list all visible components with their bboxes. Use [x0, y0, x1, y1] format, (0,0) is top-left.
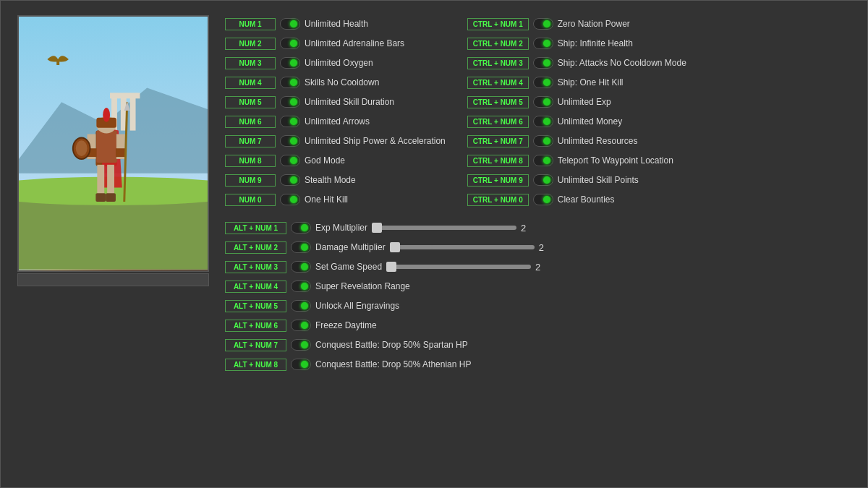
cheat-label: Unlimited Skill Duration [305, 97, 394, 107]
slider-track[interactable] [386, 265, 531, 269]
slider-track[interactable] [372, 226, 516, 230]
cheat-label: God Mode [305, 155, 345, 166]
ctrl-key-button[interactable]: CTRL + NUM 9 [467, 174, 529, 187]
ctrl-cheat-row: CTRL + NUM 2 Ship: Infinite Health [467, 35, 686, 52]
cheat-toggle[interactable] [533, 174, 553, 186]
cheat-label: One Hit Kill [305, 194, 348, 205]
cheat-label: Conquest Battle: Drop 50% Spartan HP [315, 340, 468, 350]
svg-rect-10 [97, 165, 104, 197]
num-key-button[interactable]: NUM 8 [225, 155, 276, 167]
cheat-toggle[interactable] [533, 77, 553, 88]
slider-value: 2 [535, 262, 546, 273]
cheat-toggle[interactable] [533, 155, 553, 166]
cheat-toggle[interactable] [533, 194, 553, 205]
ctrl-key-button[interactable]: CTRL + NUM 6 [467, 116, 529, 128]
ctrl-cheat-row: CTRL + NUM 9 Unlimited Skill Points [467, 171, 686, 189]
game-cover [17, 15, 209, 272]
ctrl-key-button[interactable]: CTRL + NUM 7 [467, 135, 529, 147]
ctrl-cheat-row: CTRL + NUM 4 Ship: One Hit Kill [467, 74, 686, 91]
cheat-toggle[interactable] [280, 194, 300, 205]
alt-key-button[interactable]: ALT + NUM 3 [225, 261, 286, 273]
ctrl-key-button[interactable]: CTRL + NUM 3 [467, 57, 529, 69]
cheat-label: Unlock All Engravings [315, 301, 399, 311]
alt-cheat-column: ALT + NUM 1 Exp Multiplier 2 ALT + NUM 2… [225, 219, 550, 373]
cheat-toggle[interactable] [280, 96, 300, 108]
alt-key-button[interactable]: ALT + NUM 8 [225, 359, 286, 371]
ctrl-key-button[interactable]: CTRL + NUM 1 [467, 18, 529, 30]
cheat-toggle[interactable] [291, 339, 311, 351]
cheat-toggle[interactable] [533, 57, 553, 69]
num-key-button[interactable]: NUM 5 [225, 96, 276, 108]
num-key-button[interactable]: NUM 9 [225, 174, 276, 187]
main-window: NUM 1 Unlimited Health NUM 2 Unlimited A… [0, 0, 868, 488]
cheat-toggle[interactable] [280, 38, 300, 49]
cheat-toggle[interactable] [291, 261, 311, 273]
num-cheat-row: NUM 4 Skills No Cooldown [225, 74, 446, 91]
cheat-label: Conquest Battle: Drop 50% Athenian HP [315, 359, 471, 369]
version-label [17, 273, 209, 286]
ctrl-cheat-row: CTRL + NUM 0 Clear Bounties [467, 191, 686, 208]
cheat-toggle[interactable] [280, 57, 300, 69]
cheat-toggle[interactable] [291, 359, 311, 370]
ctrl-key-button[interactable]: CTRL + NUM 4 [467, 77, 529, 89]
cheat-toggle[interactable] [533, 38, 553, 49]
alt-key-button[interactable]: ALT + NUM 7 [225, 339, 286, 351]
alt-key-button[interactable]: ALT + NUM 5 [225, 300, 286, 312]
cheat-toggle[interactable] [533, 18, 553, 30]
cheat-toggle[interactable] [280, 174, 300, 186]
ctrl-key-button[interactable]: CTRL + NUM 8 [467, 155, 529, 167]
num-key-button[interactable]: NUM 3 [225, 57, 276, 69]
num-key-button[interactable]: NUM 7 [225, 135, 276, 147]
num-cheat-row: NUM 9 Stealth Mode [225, 171, 446, 189]
cheat-label: Ship: One Hit Kill [558, 77, 624, 87]
ctrl-cheat-row: CTRL + NUM 8 Teleport To Waypoint Locati… [467, 152, 686, 169]
ctrl-key-button[interactable]: CTRL + NUM 5 [467, 96, 529, 108]
svg-rect-12 [95, 193, 106, 202]
cheat-label: Ship: Infinite Health [558, 38, 633, 48]
alt-key-button[interactable]: ALT + NUM 6 [225, 320, 286, 332]
cheat-label: Unlimited Health [305, 19, 368, 29]
svg-point-21 [103, 108, 110, 122]
cheat-toggle[interactable] [280, 155, 300, 166]
cheat-label: Exp Multiplier [315, 223, 367, 233]
svg-rect-5 [110, 93, 140, 98]
slider-track[interactable] [390, 245, 535, 249]
cheat-toggle[interactable] [280, 18, 300, 30]
ctrl-key-button[interactable]: CTRL + NUM 0 [467, 194, 529, 206]
cheat-toggle[interactable] [291, 320, 311, 331]
cheat-toggle[interactable] [280, 135, 300, 147]
cheat-toggle[interactable] [291, 222, 311, 234]
cheat-label: Unlimited Money [558, 116, 622, 127]
cheat-label: Ship: Attacks No Cooldown Mode [558, 58, 686, 68]
cheat-toggle[interactable] [291, 300, 311, 312]
alt-cheat-row: ALT + NUM 3 Set Game Speed 2 [225, 258, 550, 275]
svg-rect-13 [106, 193, 116, 202]
ctrl-cheat-row: CTRL + NUM 5 Unlimited Exp [467, 93, 686, 111]
num-key-button[interactable]: NUM 2 [225, 38, 276, 50]
num-key-button[interactable]: NUM 6 [225, 116, 276, 128]
num-key-button[interactable]: NUM 4 [225, 77, 276, 89]
num-cheat-row: NUM 0 One Hit Kill [225, 191, 446, 208]
cheat-toggle[interactable] [280, 77, 300, 88]
ctrl-key-button[interactable]: CTRL + NUM 2 [467, 38, 529, 50]
num-key-button[interactable]: NUM 0 [225, 194, 276, 206]
alt-cheat-row: ALT + NUM 4 Super Revelation Range [225, 278, 550, 295]
alt-key-button[interactable]: ALT + NUM 2 [225, 241, 286, 254]
cheat-label: Unlimited Resources [558, 136, 638, 146]
num-cheat-row: NUM 5 Unlimited Skill Duration [225, 93, 446, 111]
cheat-toggle[interactable] [533, 116, 553, 127]
alt-key-button[interactable]: ALT + NUM 4 [225, 281, 286, 293]
cheat-toggle[interactable] [533, 96, 553, 108]
cheat-label: Unlimited Ship Power & Acceleration [305, 136, 446, 146]
cheat-toggle[interactable] [291, 241, 311, 253]
alt-key-button[interactable]: ALT + NUM 1 [225, 222, 286, 234]
left-panel [15, 15, 210, 373]
cheat-toggle[interactable] [291, 281, 311, 292]
cheat-label: Unlimited Adrenaline Bars [305, 38, 404, 48]
alt-cheat-row: ALT + NUM 7 Conquest Battle: Drop 50% Sp… [225, 336, 550, 354]
num-key-button[interactable]: NUM 1 [225, 18, 276, 30]
cheat-toggle[interactable] [533, 135, 553, 147]
num-cheat-row: NUM 2 Unlimited Adrenaline Bars [225, 35, 446, 52]
cheat-toggle[interactable] [280, 116, 300, 127]
num-cheat-row: NUM 8 God Mode [225, 152, 446, 169]
